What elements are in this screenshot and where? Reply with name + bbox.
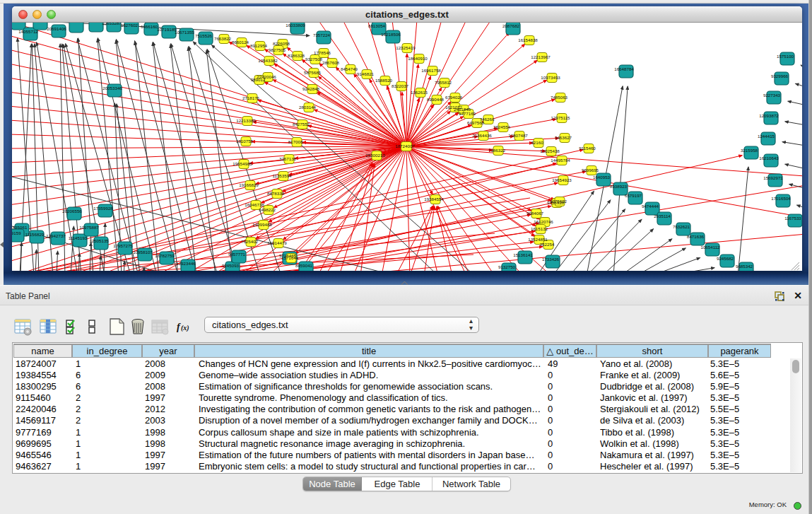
svg-text:12975115: 12975115 [551,115,570,120]
svg-text:62160: 62160 [531,140,543,145]
svg-text:9329966: 9329966 [771,74,789,78]
svg-text:16648784: 16648784 [614,66,634,71]
svg-text:9327508: 9327508 [305,57,323,62]
svg-text:16210643: 16210643 [759,156,779,160]
svg-text:7625402: 7625402 [241,239,259,244]
svg-text:3267130: 3267130 [279,156,297,161]
svg-text:19166829: 19166829 [239,182,259,187]
svg-text:12213389: 12213389 [236,118,256,123]
svg-text:3624554: 3624554 [493,124,511,129]
svg-text:8878334: 8878334 [267,191,285,196]
svg-text:8186328: 8186328 [288,53,305,58]
svg-text:1733426: 1733426 [542,257,560,262]
svg-text:2718176: 2718176 [242,95,260,100]
svg-text:10807487: 10807487 [508,133,528,138]
svg-text:9685342: 9685342 [736,264,753,269]
svg-text:9132750: 9132750 [498,264,516,269]
svg-text:11156829: 11156829 [25,232,45,237]
svg-text:16782759: 16782759 [155,253,175,258]
svg-text:8990448: 8990448 [427,97,445,102]
svg-text:19384554: 19384554 [424,197,444,201]
svg-text:20053346: 20053346 [102,86,122,90]
svg-text:12213967: 12213967 [531,54,551,59]
svg-text:1615132: 1615132 [531,226,548,231]
svg-text:14495784: 14495784 [551,158,570,163]
svg-text:16046738: 16046738 [245,202,264,207]
svg-text:10653287: 10653287 [102,23,122,25]
svg-text:19654985: 19654985 [233,161,252,166]
svg-text:9245093: 9245093 [222,263,240,268]
svg-text:8938923: 8938923 [610,184,628,189]
svg-text:10973493: 10973493 [541,75,560,80]
svg-text:16120746: 16120746 [534,219,553,224]
svg-text:1075692: 1075692 [550,199,567,204]
svg-text:16154838: 16154838 [518,37,538,42]
svg-text:8459041: 8459041 [295,263,313,268]
svg-text:39159: 39159 [12,230,21,235]
svg-text:9245682: 9245682 [717,256,734,261]
svg-text:21364436: 21364436 [472,133,492,138]
svg-text:13524851: 13524851 [528,237,548,242]
svg-text:9857771: 9857771 [228,252,246,257]
svg-text:8813054: 8813054 [368,23,386,28]
svg-text:9242848: 9242848 [302,86,320,91]
svg-text:15136141: 15136141 [513,252,533,257]
svg-text:6794028: 6794028 [445,95,463,100]
svg-text:10543382: 10543382 [258,58,278,63]
svg-text:25300213: 25300213 [365,153,385,158]
svg-text:7632621: 7632621 [673,224,690,229]
svg-text:10719185: 10719185 [157,27,177,32]
svg-text:9227343: 9227343 [763,93,781,98]
svg-text:6579197: 6579197 [625,193,642,198]
svg-text:12923446: 12923446 [176,261,196,266]
svg-text:9777169: 9777169 [459,111,476,116]
svg-text:(x): (x) [181,324,189,332]
svg-text:20691406: 20691406 [47,26,66,31]
svg-text:9474444: 9474444 [642,204,659,209]
svg-text:7485063: 7485063 [551,95,568,100]
svg-text:746266: 746266 [480,117,495,122]
svg-text:6466160: 6466160 [141,24,158,29]
svg-text:17359928: 17359928 [93,206,113,211]
svg-text:8912954: 8912954 [250,43,268,48]
svg-text:8660124: 8660124 [232,40,249,45]
svg-text:1575100: 1575100 [777,54,794,59]
svg-text:11353594: 11353594 [272,173,292,178]
svg-text:8322037: 8322037 [392,83,409,88]
svg-text:1362615: 1362615 [411,90,428,95]
svg-text:16961758: 16961758 [421,68,441,73]
svg-text:9699695: 9699695 [582,168,599,173]
svg-text:17016504: 17016504 [771,196,791,201]
svg-text:2087682: 2087682 [502,23,520,28]
svg-text:835061: 835061 [13,225,28,230]
svg-text:9463627: 9463627 [555,135,572,140]
svg-text:9115460: 9115460 [579,146,596,151]
svg-text:14055712: 14055712 [18,29,38,34]
svg-text:1244415: 1244415 [758,134,775,139]
svg-text:7986322: 7986322 [488,148,506,153]
svg-text:7955812: 7955812 [435,80,452,85]
svg-text:8454749: 8454749 [341,66,358,71]
svg-text:10025438: 10025438 [540,148,560,153]
svg-text:18724007: 18724007 [395,144,415,148]
svg-text:14099488: 14099488 [252,222,272,227]
svg-text:1640953: 1640953 [593,175,611,180]
svg-text:7663822: 7663822 [214,36,232,41]
svg-text:1778546: 1778546 [314,50,331,55]
svg-text:8471636: 8471636 [687,234,705,239]
svg-text:12505135: 12505135 [89,238,109,243]
svg-text:3498222: 3498222 [259,207,276,212]
svg-text:7357224: 7357224 [313,33,331,37]
svg-text:1810755: 1810755 [236,139,254,144]
svg-text:16033809: 16033809 [286,23,305,28]
svg-text:17957275: 17957275 [113,243,133,248]
svg-text:1167533: 1167533 [784,216,801,221]
svg-text:12942737: 12942737 [46,233,66,238]
svg-text:9827505: 9827505 [269,47,286,52]
svg-text:8226058: 8226058 [273,41,290,46]
svg-text:1588520: 1588520 [375,78,393,83]
svg-text:10654112: 10654112 [700,245,720,250]
svg-text:10975887: 10975887 [79,225,99,230]
svg-text:12325419: 12325419 [396,45,416,50]
svg-text:2867608: 2867608 [322,60,340,65]
